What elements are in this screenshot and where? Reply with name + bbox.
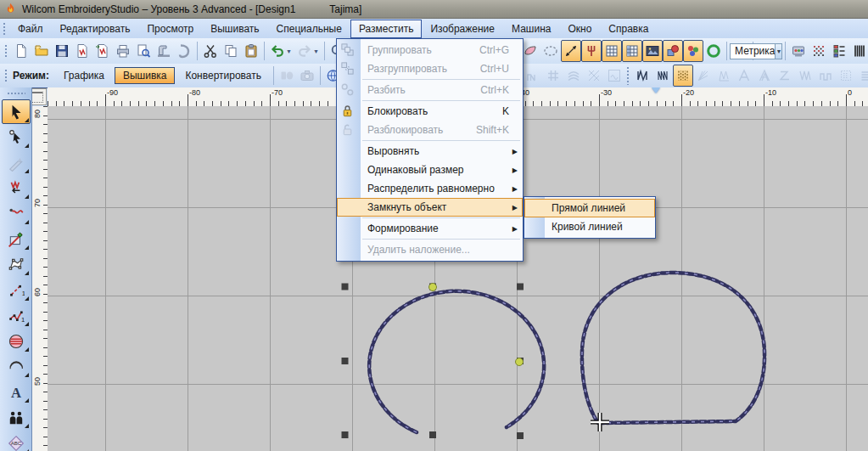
menubar-item-edit[interactable]: Редактировать [52,20,139,38]
remove-outline-tool-button[interactable] [2,227,31,251]
select-tool-button[interactable] [2,99,31,124]
menu-item-close-object[interactable]: Замкнуть объект▶ [337,198,523,217]
overlap-objects-button[interactable] [663,40,683,62]
buddies-tool-button[interactable] [2,405,31,430]
graphics-mode-button[interactable]: Графика [55,67,113,84]
menu-item-unlock[interactable]: РазблокироватьShift+K [337,121,523,139]
save-design-button[interactable] [52,40,72,62]
cut-icon [203,43,218,59]
star-shape-tool-button[interactable] [2,252,31,277]
stitch-dots-button[interactable] [809,40,829,62]
w-stitch-button[interactable] [795,65,815,87]
embroidery-mode-button[interactable]: Вышивка [115,67,176,84]
zigzag-dark2-button[interactable] [652,65,673,87]
measure-button[interactable] [561,40,581,62]
menu-item-space-evenly[interactable]: Распределить равномерно▶ [337,179,523,198]
hoop-button[interactable] [703,40,724,62]
line-stack-button[interactable] [856,65,868,87]
a-filled-button[interactable] [754,65,775,87]
menubar-item-file[interactable]: Файл [9,20,52,38]
menubar-item-stitch[interactable]: Вышивать [202,20,267,38]
zigzag-dark-button[interactable] [632,65,652,87]
menubar-grab-handle[interactable] [3,22,7,36]
menu-item-remove-overlap[interactable]: Удалить наложение... [337,240,523,259]
monogram-tool-button[interactable]: ABC [2,431,31,451]
submenu-item-close-with-curved-line[interactable]: Кривой линией [524,217,655,236]
menu-item-same-size[interactable]: Одинаковый размер▶ [337,161,523,179]
p-stitch-button[interactable] [815,65,836,87]
tatami-button[interactable] [673,65,693,87]
grid-button[interactable] [602,40,622,62]
camera-button[interactable] [297,65,317,87]
palette-grab-handle[interactable] [7,92,25,96]
chevron-down-icon[interactable]: ▼ [313,48,319,54]
menu-item-break-apart[interactable]: РазбитьCtrl+K [337,81,523,99]
menu-item-group[interactable]: ГруппироватьCtrl+G [337,41,523,59]
new-document-button[interactable] [11,40,31,62]
toolbar-grab-handle[interactable] [626,66,630,85]
object-to-photo-button[interactable] [277,65,297,87]
color-film-button[interactable] [829,40,849,62]
units-dropdown[interactable]: Метрика ▼ [730,43,782,59]
crosshatch-button[interactable] [584,65,604,87]
background-image-button[interactable] [642,40,663,62]
reshape-tool-button[interactable] [2,125,31,149]
menubar-item-view[interactable]: Просмотр [138,20,202,38]
cut-button[interactable] [200,40,221,62]
grid-hash-button[interactable] [543,65,563,87]
export-machine-file-button[interactable] [92,40,113,62]
motif-fill-button[interactable] [604,65,624,87]
machine-functions-button[interactable] [788,40,809,62]
run-stitch-tool-button[interactable]: 1 [2,278,31,302]
chevron-down-icon[interactable]: ▼ [286,48,292,54]
chevron-down-icon[interactable]: ▼ [775,44,781,59]
satin-circle-tool-button[interactable] [2,329,31,353]
stitch-partial-button[interactable] [523,65,543,87]
mode-toolbar-left-group: Режим: ГрафикаВышивкаКонвертировать▼ [2,64,350,87]
stitch-edit-tool-button[interactable] [2,176,31,200]
triple-run-tool-button[interactable]: 1 [2,303,31,328]
menubar-item-machine[interactable]: Машина [503,20,559,38]
menubar-item-special[interactable]: Специальные [268,20,350,38]
graduated-grid-button[interactable] [622,40,642,62]
needle-points-button[interactable] [581,40,602,62]
title-bar[interactable]: Wilcom EmbroideryStudio – Уровень 3 Adva… [0,0,868,19]
paste-button[interactable] [241,40,261,62]
star-shape-tool-icon [8,257,25,273]
vertical-ruler: 80706050 [32,106,48,451]
menu-item-lock[interactable]: БлокироватьK [337,102,523,121]
menubar-item-help[interactable]: Справка [600,20,657,38]
fan-stitch2-button[interactable] [714,65,734,87]
menubar-item-arrange[interactable]: Разместить [350,20,423,38]
menu-item-shaping[interactable]: Формирование▶ [337,219,523,238]
toolbar-grab-handle[interactable] [4,44,8,58]
dense-stitches-button[interactable] [849,40,868,62]
copy-button[interactable] [221,40,241,62]
hook-button[interactable] [174,40,194,62]
menu-item-ungroup[interactable]: РазгруппироватьCtrl+U [337,59,523,78]
redo-button[interactable]: ▼ [294,40,322,62]
dot-square-button[interactable] [836,65,856,87]
contour-waves-button[interactable] [563,65,584,87]
undo-button[interactable]: ▼ [267,40,294,62]
print-preview-button[interactable] [133,40,154,62]
freehand-embroidery-tool-button[interactable] [2,201,31,226]
open-design-button[interactable] [31,40,52,62]
a-outline-button[interactable] [734,65,754,87]
lettering-tool-button[interactable]: A [2,380,31,404]
menubar-item-window[interactable]: Окно [559,20,600,38]
menu-item-align[interactable]: Выровнять▶ [337,142,523,161]
toolbar-grab-handle[interactable] [4,69,8,82]
insert-machine-file-button[interactable] [72,40,92,62]
menubar-item-image[interactable]: Изображение [422,20,503,38]
stitch-to-machine-button[interactable] [154,40,174,62]
fan-stitch-button[interactable] [693,65,714,87]
submenu-item-close-with-straight-line[interactable]: Прямой линией [524,199,655,217]
color-objects-button[interactable] [683,40,703,62]
convert-mode-button[interactable]: Конвертировать [176,67,270,84]
dashed-ellipse-button[interactable] [540,40,561,62]
knife-tool-button[interactable] [2,150,31,175]
z-stitch-button[interactable] [775,65,795,87]
satin-ring-tool-button[interactable] [2,354,31,379]
print-button[interactable] [113,40,133,62]
